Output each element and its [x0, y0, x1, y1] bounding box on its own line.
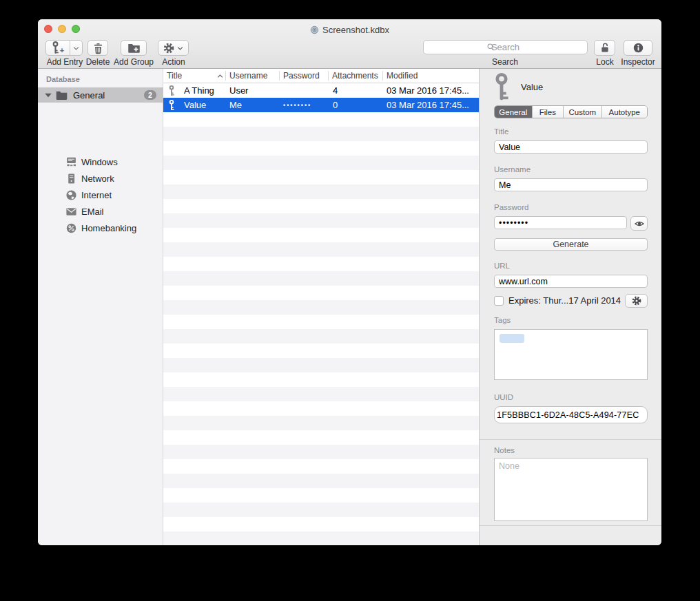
tab-autotype[interactable]: Autotype — [602, 106, 647, 118]
password-field-label: Password — [494, 203, 529, 211]
tab-general[interactable]: General — [495, 106, 533, 118]
app-window: Screenshot.kdbx + Add Entry Delete — [38, 19, 661, 545]
title-field[interactable] — [494, 140, 648, 154]
percent-icon — [65, 222, 77, 234]
table-row-selected[interactable]: Value Me •••••••• 0 03 Mar 2016 17:45... — [163, 98, 479, 112]
kdbx-document-icon — [310, 25, 319, 34]
globe-icon — [65, 189, 77, 201]
column-header-modified[interactable]: Modified — [387, 71, 418, 81]
table-header: Title Username Password Attachments Modi… — [163, 69, 479, 83]
tags-box[interactable] — [494, 329, 648, 380]
entry-count-badge: 2 — [144, 90, 156, 100]
folder-plus-icon — [127, 42, 141, 54]
search-label: Search — [486, 57, 524, 67]
sidebar-item-network[interactable]: Network — [38, 170, 163, 187]
delete-button[interactable] — [88, 40, 108, 56]
key-plus-icon[interactable]: + — [46, 41, 70, 55]
tag-token[interactable] — [500, 334, 524, 343]
section-divider — [480, 525, 661, 526]
expires-settings-button[interactable] — [625, 294, 648, 308]
gear-icon — [632, 296, 641, 306]
notes-field[interactable] — [494, 458, 648, 521]
sidebar: Database General 2 Windows Network Inter… — [38, 69, 163, 545]
desktop-background: Screenshot.kdbx + Add Entry Delete — [0, 0, 700, 601]
lock-button[interactable] — [594, 40, 615, 56]
table-row[interactable]: A Thing User 4 03 Mar 2016 17:45... — [163, 83, 479, 98]
tab-custom[interactable]: Custom — [564, 106, 602, 118]
server-icon — [65, 173, 77, 184]
add-group-button[interactable] — [121, 40, 147, 56]
gear-icon — [163, 43, 174, 54]
entry-table: Title Username Password Attachments Modi… — [163, 69, 479, 545]
column-header-title[interactable]: Title — [167, 71, 182, 81]
action-label: Action — [154, 57, 193, 67]
key-icon — [168, 100, 175, 111]
lock-open-icon — [599, 42, 610, 54]
tags-field-label: Tags — [494, 316, 511, 324]
disclosure-triangle-icon[interactable] — [45, 93, 52, 97]
chevron-down-icon — [177, 45, 183, 51]
inspector-button[interactable] — [624, 40, 652, 56]
expires-checkbox[interactable] — [494, 296, 504, 306]
sidebar-item-homebanking[interactable]: Homebanking — [38, 220, 163, 236]
section-divider — [480, 439, 661, 440]
uuid-field[interactable] — [494, 406, 648, 423]
entry-title: Value — [521, 82, 543, 92]
delete-label: Delete — [79, 57, 117, 67]
username-field[interactable] — [494, 178, 648, 191]
action-button[interactable] — [158, 40, 189, 56]
workstation-network-icon — [65, 156, 77, 168]
url-field-label: URL — [494, 262, 510, 270]
generate-password-button[interactable]: Generate — [494, 238, 648, 251]
key-icon — [168, 85, 175, 96]
titlebar-toolbar: Screenshot.kdbx + Add Entry Delete — [38, 19, 661, 69]
column-header-username[interactable]: Username — [229, 71, 267, 81]
add-entry-button[interactable]: + — [45, 40, 83, 56]
envelope-icon — [65, 206, 77, 218]
inspector-label: Inspector — [619, 57, 657, 67]
trash-icon — [92, 42, 104, 54]
column-header-attachments[interactable]: Attachments — [332, 71, 378, 81]
sidebar-item-internet[interactable]: Internet — [38, 187, 163, 203]
password-field[interactable] — [494, 216, 627, 229]
uuid-field-label: UUID — [494, 393, 513, 401]
inspector-panel: Value General Files Custom Autotype Titl… — [479, 69, 661, 545]
title-field-label: Title — [494, 127, 508, 136]
window-title-area: Screenshot.kdbx — [38, 24, 661, 35]
add-group-label: Add Group — [112, 57, 155, 67]
key-icon — [491, 73, 512, 102]
column-header-password[interactable]: Password — [283, 71, 320, 81]
search-input[interactable] — [423, 40, 588, 54]
inspector-tabs: General Files Custom Autotype — [494, 105, 648, 118]
sidebar-section-header: Database — [46, 75, 80, 83]
tab-files[interactable]: Files — [533, 106, 564, 118]
eye-icon — [634, 220, 645, 228]
sort-ascending-icon — [217, 74, 223, 78]
empty-rows-stripes — [163, 112, 479, 545]
expires-label: Expires: Thur...17 April 2014 — [508, 295, 621, 306]
sidebar-item-label: General — [73, 90, 144, 101]
info-icon — [632, 42, 644, 54]
reveal-password-button[interactable] — [630, 216, 648, 231]
sidebar-item-email[interactable]: EMail — [38, 203, 163, 220]
folder-icon — [56, 89, 68, 101]
notes-field-label: Notes — [494, 446, 515, 454]
username-field-label: Username — [494, 165, 531, 173]
sidebar-item-windows[interactable]: Windows — [38, 154, 163, 170]
window-title: Screenshot.kdbx — [322, 25, 389, 35]
add-entry-dropdown[interactable] — [70, 41, 82, 55]
sidebar-item-general[interactable]: General 2 — [38, 87, 163, 103]
url-field[interactable] — [494, 275, 648, 288]
